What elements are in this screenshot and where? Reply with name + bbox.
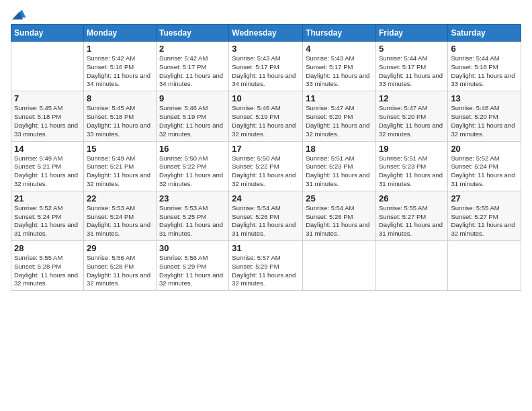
day-info: Sunrise: 5:55 AMSunset: 5:28 PMDaylight:…: [14, 254, 81, 288]
calendar-cell: 9Sunrise: 5:46 AMSunset: 5:19 PMDaylight…: [157, 91, 229, 141]
header: [11, 7, 521, 20]
calendar-cell: 29Sunrise: 5:56 AMSunset: 5:28 PMDayligh…: [83, 241, 156, 291]
day-number: 31: [232, 243, 300, 253]
calendar-cell: 4Sunrise: 5:43 AMSunset: 5:17 PMDaylight…: [303, 42, 376, 91]
day-number: 25: [306, 193, 373, 203]
calendar-cell: 31Sunrise: 5:57 AMSunset: 5:29 PMDayligh…: [229, 241, 303, 291]
day-info: Sunrise: 5:46 AMSunset: 5:19 PMDaylight:…: [232, 104, 300, 138]
day-info: Sunrise: 5:49 AMSunset: 5:21 PMDaylight:…: [87, 154, 153, 189]
calendar-cell: 30Sunrise: 5:56 AMSunset: 5:29 PMDayligh…: [157, 241, 229, 291]
day-info: Sunrise: 5:45 AMSunset: 5:18 PMDaylight:…: [14, 104, 81, 138]
day-number: 1: [87, 44, 153, 54]
calendar-day-header: Friday: [375, 25, 447, 42]
day-info: Sunrise: 5:53 AMSunset: 5:25 PMDaylight:…: [159, 204, 226, 238]
day-number: 22: [87, 193, 153, 203]
calendar-cell: 1Sunrise: 5:42 AMSunset: 5:16 PMDaylight…: [83, 42, 156, 91]
calendar-cell: [11, 42, 84, 91]
day-number: 18: [306, 144, 373, 154]
calendar-cell: 13Sunrise: 5:48 AMSunset: 5:20 PMDayligh…: [448, 91, 521, 141]
day-number: 11: [306, 93, 373, 103]
day-number: 9: [159, 93, 226, 103]
day-number: 29: [87, 243, 153, 253]
day-number: 4: [306, 44, 373, 54]
calendar-week-row: 1Sunrise: 5:42 AMSunset: 5:16 PMDaylight…: [11, 42, 521, 91]
day-number: 24: [232, 193, 300, 203]
day-number: 23: [159, 193, 226, 203]
day-number: 16: [159, 144, 226, 154]
calendar-cell: 19Sunrise: 5:51 AMSunset: 5:23 PMDayligh…: [375, 141, 447, 191]
calendar-cell: 22Sunrise: 5:53 AMSunset: 5:24 PMDayligh…: [83, 191, 156, 240]
calendar-week-row: 7Sunrise: 5:45 AMSunset: 5:18 PMDaylight…: [11, 91, 521, 141]
day-info: Sunrise: 5:54 AMSunset: 5:26 PMDaylight:…: [232, 204, 300, 238]
day-info: Sunrise: 5:49 AMSunset: 5:21 PMDaylight:…: [14, 154, 81, 189]
calendar-cell: 15Sunrise: 5:49 AMSunset: 5:21 PMDayligh…: [83, 141, 156, 191]
calendar-cell: 17Sunrise: 5:50 AMSunset: 5:22 PMDayligh…: [229, 141, 303, 191]
calendar-week-row: 28Sunrise: 5:55 AMSunset: 5:28 PMDayligh…: [11, 241, 521, 291]
day-number: 19: [379, 144, 445, 154]
day-info: Sunrise: 5:57 AMSunset: 5:29 PMDaylight:…: [232, 254, 300, 288]
calendar-cell: 7Sunrise: 5:45 AMSunset: 5:18 PMDaylight…: [11, 91, 84, 141]
calendar-cell: 20Sunrise: 5:52 AMSunset: 5:24 PMDayligh…: [448, 141, 521, 191]
calendar-cell: 21Sunrise: 5:52 AMSunset: 5:24 PMDayligh…: [11, 191, 84, 240]
calendar-cell: 8Sunrise: 5:45 AMSunset: 5:18 PMDaylight…: [83, 91, 156, 141]
calendar-cell: 28Sunrise: 5:55 AMSunset: 5:28 PMDayligh…: [11, 241, 84, 291]
calendar-cell: 11Sunrise: 5:47 AMSunset: 5:20 PMDayligh…: [303, 91, 376, 141]
day-info: Sunrise: 5:56 AMSunset: 5:28 PMDaylight:…: [87, 254, 153, 288]
day-info: Sunrise: 5:43 AMSunset: 5:17 PMDaylight:…: [306, 54, 373, 89]
page: SundayMondayTuesdayWednesdayThursdayFrid…: [0, 0, 532, 411]
calendar-day-header: Wednesday: [229, 25, 303, 42]
day-info: Sunrise: 5:43 AMSunset: 5:17 PMDaylight:…: [232, 54, 300, 89]
day-number: 30: [159, 243, 226, 253]
day-info: Sunrise: 5:42 AMSunset: 5:17 PMDaylight:…: [159, 54, 226, 89]
calendar-cell: 23Sunrise: 5:53 AMSunset: 5:25 PMDayligh…: [157, 191, 229, 240]
day-number: 3: [232, 44, 300, 54]
calendar-cell: 16Sunrise: 5:50 AMSunset: 5:22 PMDayligh…: [157, 141, 229, 191]
day-info: Sunrise: 5:44 AMSunset: 5:17 PMDaylight:…: [379, 54, 445, 89]
calendar-cell: 2Sunrise: 5:42 AMSunset: 5:17 PMDaylight…: [157, 42, 229, 91]
day-number: 13: [451, 93, 518, 103]
day-number: 2: [159, 44, 226, 54]
calendar-cell: 26Sunrise: 5:55 AMSunset: 5:27 PMDayligh…: [375, 191, 447, 240]
day-number: 7: [14, 93, 81, 103]
calendar-cell: 25Sunrise: 5:54 AMSunset: 5:26 PMDayligh…: [303, 191, 376, 240]
calendar-cell: 10Sunrise: 5:46 AMSunset: 5:19 PMDayligh…: [229, 91, 303, 141]
day-info: Sunrise: 5:47 AMSunset: 5:20 PMDaylight:…: [306, 104, 373, 138]
day-number: 17: [232, 144, 300, 154]
calendar-cell: 18Sunrise: 5:51 AMSunset: 5:23 PMDayligh…: [303, 141, 376, 191]
calendar-cell: 14Sunrise: 5:49 AMSunset: 5:21 PMDayligh…: [11, 141, 84, 191]
day-info: Sunrise: 5:54 AMSunset: 5:26 PMDaylight:…: [306, 204, 373, 238]
calendar-cell: 5Sunrise: 5:44 AMSunset: 5:17 PMDaylight…: [375, 42, 447, 91]
day-info: Sunrise: 5:52 AMSunset: 5:24 PMDaylight:…: [451, 154, 518, 189]
calendar-week-row: 21Sunrise: 5:52 AMSunset: 5:24 PMDayligh…: [11, 191, 521, 240]
calendar-header-row: SundayMondayTuesdayWednesdayThursdayFrid…: [11, 25, 521, 42]
calendar-table: SundayMondayTuesdayWednesdayThursdayFrid…: [11, 24, 521, 291]
day-info: Sunrise: 5:50 AMSunset: 5:22 PMDaylight:…: [232, 154, 300, 189]
day-number: 12: [379, 93, 445, 103]
calendar-cell: 6Sunrise: 5:44 AMSunset: 5:18 PMDaylight…: [448, 42, 521, 91]
day-info: Sunrise: 5:51 AMSunset: 5:23 PMDaylight:…: [379, 154, 445, 189]
day-info: Sunrise: 5:46 AMSunset: 5:19 PMDaylight:…: [159, 104, 226, 138]
day-number: 14: [14, 144, 81, 154]
day-info: Sunrise: 5:50 AMSunset: 5:22 PMDaylight:…: [159, 154, 226, 189]
day-number: 6: [451, 44, 518, 54]
day-number: 21: [14, 193, 81, 203]
day-number: 27: [451, 193, 518, 203]
calendar-cell: [303, 241, 376, 291]
calendar-cell: 24Sunrise: 5:54 AMSunset: 5:26 PMDayligh…: [229, 191, 303, 240]
calendar-day-header: Sunday: [11, 25, 84, 42]
day-number: 10: [232, 93, 300, 103]
calendar-cell: 27Sunrise: 5:55 AMSunset: 5:27 PMDayligh…: [448, 191, 521, 240]
calendar-day-header: Tuesday: [157, 25, 229, 42]
day-number: 8: [87, 93, 153, 103]
day-info: Sunrise: 5:55 AMSunset: 5:27 PMDaylight:…: [451, 204, 518, 238]
calendar-cell: [375, 241, 447, 291]
day-number: 26: [379, 193, 445, 203]
day-number: 5: [379, 44, 445, 54]
day-info: Sunrise: 5:51 AMSunset: 5:23 PMDaylight:…: [306, 154, 373, 189]
calendar-day-header: Monday: [83, 25, 156, 42]
calendar-cell: 12Sunrise: 5:47 AMSunset: 5:20 PMDayligh…: [375, 91, 447, 141]
calendar-day-header: Thursday: [303, 25, 376, 42]
day-number: 28: [14, 243, 81, 253]
day-number: 20: [451, 144, 518, 154]
day-info: Sunrise: 5:55 AMSunset: 5:27 PMDaylight:…: [379, 204, 445, 238]
